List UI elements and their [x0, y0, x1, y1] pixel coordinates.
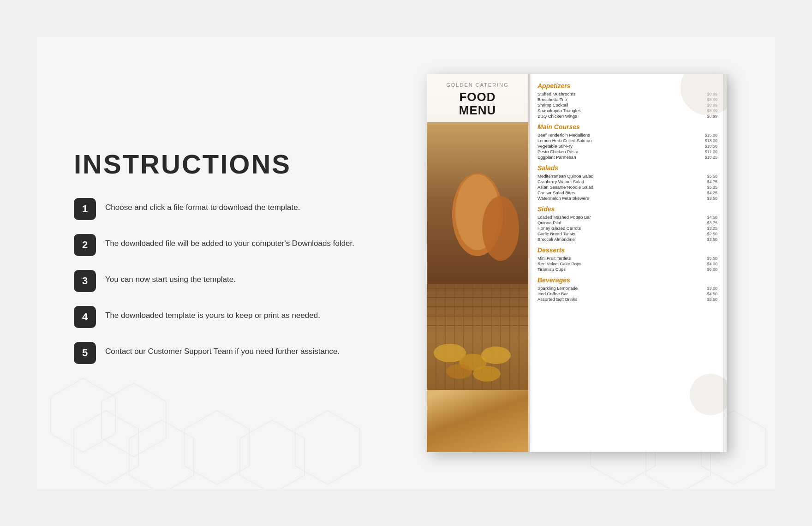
- menu-section-beverages: Beverages Sparkling Lemonade $3.00 Iced …: [537, 276, 717, 302]
- basket-image: [427, 122, 528, 452]
- instructions-heading: INSTRUCTIONS: [74, 149, 360, 179]
- svg-marker-6: [102, 383, 166, 457]
- main-container: INSTRUCTIONS 1 Choose and click a file f…: [37, 37, 775, 489]
- instruction-item-2: 2 The downloaded file will be added to y…: [74, 234, 360, 256]
- svg-marker-3: [240, 420, 304, 489]
- menu-title: FOODMENU: [431, 90, 524, 117]
- menu-item-row: Quinoa Pilaf $3.75: [537, 220, 717, 225]
- step-text-5: Contact our Customer Support Team if you…: [105, 342, 340, 358]
- sides-title: Sides: [537, 205, 717, 213]
- menu-section-main: Main Courses Beef Tenderloin Medallions …: [537, 123, 717, 160]
- beverages-title: Beverages: [537, 276, 717, 284]
- step-text-1: Choose and click a file format to downlo…: [105, 198, 300, 214]
- svg-point-38: [446, 364, 472, 379]
- svg-point-39: [473, 366, 501, 382]
- svg-marker-4: [295, 411, 360, 484]
- menu-panel: Golden Catering FOODMENU: [415, 74, 738, 452]
- menu-item-row: BBQ Chicken Wings $8.99: [537, 114, 717, 119]
- menu-item-row: Watermelon Feta Skewers $3.50: [537, 196, 717, 201]
- svg-marker-2: [185, 411, 249, 484]
- menu-section-sides: Sides Loaded Mashed Potato Bar $4.50 Qui…: [537, 205, 717, 242]
- menu-item-row: Assorted Soft Drinks $2.50: [537, 297, 717, 302]
- salads-title: Salads: [537, 164, 717, 172]
- menu-header: Golden Catering FOODMENU: [427, 74, 528, 122]
- instruction-item-4: 4 The downloaded template is yours to ke…: [74, 306, 360, 328]
- step-number-4: 4: [74, 306, 96, 328]
- menu-item-row: Sparkling Lemonade $3.00: [537, 286, 717, 291]
- step-text-4: The downloaded template is yours to keep…: [105, 306, 320, 322]
- menu-item-row: Garlic Bread Twists $2.50: [537, 231, 717, 236]
- menu-item-row: Cranberry Walnut Salad $4.75: [537, 179, 717, 184]
- svg-marker-1: [129, 420, 194, 489]
- step-text-2: The downloaded file will be added to you…: [105, 234, 354, 250]
- menu-content-page: Appetizers Stuffed Mushrooms $8.99 Brusc…: [528, 74, 727, 452]
- menu-section-salads: Salads Mediterranean Quinoa Salad $5.50 …: [537, 164, 717, 201]
- page-fold: [528, 74, 530, 452]
- step-text-3: You can now start using the template.: [105, 270, 236, 286]
- svg-point-13: [482, 196, 519, 261]
- menu-item-row: Eggplant Parmesan $10.25: [537, 155, 717, 160]
- desserts-title: Desserts: [537, 246, 717, 254]
- menu-item-row: Lemon Herb Grilled Salmon $13.00: [537, 138, 717, 143]
- instructions-panel: INSTRUCTIONS 1 Choose and click a file f…: [74, 149, 360, 378]
- menu-item-row: Vegetable Stir-Fry $10.50: [537, 143, 717, 149]
- step-number-1: 1: [74, 198, 96, 220]
- caterer-name: Golden Catering: [431, 82, 524, 88]
- svg-point-37: [481, 347, 511, 364]
- main-courses-title: Main Courses: [537, 123, 717, 131]
- menu-item-row: Iced Coffee Bar $4.50: [537, 291, 717, 296]
- deco-circle-2: [690, 374, 727, 415]
- menu-item-row: Loaded Mashed Potato Bar $4.50: [537, 215, 717, 220]
- menu-item-row: Pesto Chicken Pasta $11.00: [537, 149, 717, 154]
- menu-item-row: Caesar Salad Bites $4.25: [537, 190, 717, 195]
- menu-item-row: Broccoli Almondine $3.50: [537, 237, 717, 242]
- menu-book: Golden Catering FOODMENU: [427, 74, 727, 452]
- menu-section-desserts: Desserts Mini Fruit Tartlets $5.50 Red V…: [537, 246, 717, 272]
- menu-item-row: Asian Sesame Noodle Salad $5.25: [537, 185, 717, 190]
- step-number-3: 3: [74, 270, 96, 292]
- menu-image-page: Golden Catering FOODMENU: [427, 74, 528, 452]
- menu-item-row: Honey Glazed Carrots $3.25: [537, 226, 717, 231]
- step-number-2: 2: [74, 234, 96, 256]
- menu-item-row: Beef Tenderloin Medallions $15.00: [537, 132, 717, 137]
- menu-item-row: Tiramisu Cups $6.00: [537, 267, 717, 272]
- menu-item-row: Red Velvet Cake Pops $4.00: [537, 261, 717, 266]
- step-number-5: 5: [74, 342, 96, 364]
- svg-marker-5: [51, 378, 115, 452]
- instruction-item-3: 3 You can now start using the template.: [74, 270, 360, 292]
- menu-item-row: Mini Fruit Tartlets $5.50: [537, 256, 717, 261]
- instruction-item-1: 1 Choose and click a file format to down…: [74, 198, 360, 220]
- menu-item-row: Mediterranean Quinoa Salad $5.50: [537, 173, 717, 179]
- svg-marker-0: [74, 411, 138, 484]
- menu-image: Golden Catering FOODMENU: [427, 74, 528, 452]
- instruction-item-5: 5 Contact our Customer Support Team if y…: [74, 342, 360, 364]
